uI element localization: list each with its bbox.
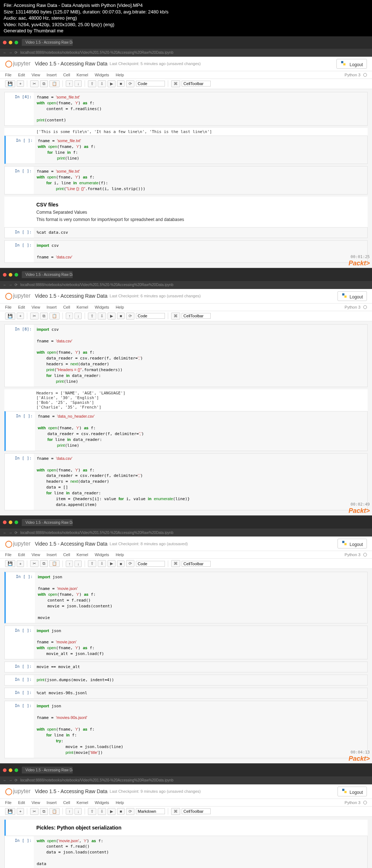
nav-reload-icon[interactable]: ⟳ bbox=[15, 283, 17, 287]
stop-button[interactable]: ■ bbox=[117, 560, 125, 567]
command-palette-button[interactable]: ⌘ bbox=[171, 808, 180, 815]
add-cell-button[interactable]: + bbox=[17, 560, 24, 567]
code-cell[interactable]: In [ ]: fname = 'some_file.txt' with ope… bbox=[4, 136, 368, 164]
markdown-cell[interactable]: CSV files Comma Separated Values This fo… bbox=[4, 197, 368, 227]
stop-button[interactable]: ■ bbox=[117, 80, 125, 87]
maximize-window-icon[interactable] bbox=[15, 41, 18, 44]
browser-tab[interactable]: Video 1.5 - Accessing Raw Da bbox=[22, 271, 73, 278]
menu-view[interactable]: View bbox=[32, 552, 40, 557]
add-cell-button[interactable]: + bbox=[17, 808, 24, 815]
celltype-select[interactable]: Code bbox=[136, 561, 165, 567]
code-input[interactable]: print(json.dumps(movie, indent=4)) bbox=[34, 675, 367, 685]
paste-button[interactable]: 📋 bbox=[49, 313, 60, 320]
menu-cell[interactable]: Cell bbox=[63, 800, 70, 805]
move-down-button[interactable]: ↓ bbox=[74, 80, 82, 87]
code-input[interactable]: fname = 'some_file.txt' with open(fname,… bbox=[35, 136, 367, 164]
save-button[interactable]: 💾 bbox=[5, 313, 15, 320]
command-palette-button[interactable]: ⌘ bbox=[171, 313, 180, 320]
save-button[interactable]: 💾 bbox=[5, 80, 15, 87]
code-input[interactable]: %cat data.csv bbox=[34, 228, 367, 238]
add-cell-button[interactable]: + bbox=[17, 313, 24, 319]
jupyter-logo[interactable]: ◯jupyter bbox=[5, 60, 31, 68]
paste-button[interactable]: 📋 bbox=[49, 808, 60, 815]
menu-help[interactable]: Help bbox=[116, 305, 124, 309]
code-cell[interactable]: In [ ]: import json fname = 'movie.json'… bbox=[4, 572, 368, 623]
copy-button[interactable]: ⧉ bbox=[40, 808, 48, 815]
menu-widgets[interactable]: Widgets bbox=[95, 800, 109, 805]
play-button[interactable]: ▶ bbox=[108, 80, 116, 87]
move-down-button[interactable]: ↓ bbox=[74, 313, 82, 319]
move-up-button[interactable]: ↑ bbox=[66, 313, 73, 319]
celltype-select[interactable]: Markdown bbox=[136, 808, 165, 814]
maximize-window-icon[interactable] bbox=[15, 273, 18, 277]
close-window-icon[interactable] bbox=[3, 41, 7, 44]
copy-button[interactable]: ⧉ bbox=[40, 560, 48, 567]
menu-edit[interactable]: Edit bbox=[18, 552, 25, 557]
notebook-title[interactable]: Video 1.5 - Accessing Raw Data bbox=[35, 541, 108, 547]
nav-back-icon[interactable]: ← bbox=[3, 531, 7, 535]
maximize-window-icon[interactable] bbox=[15, 768, 18, 772]
stop-button[interactable]: ■ bbox=[117, 808, 125, 815]
move-up-button[interactable]: ↑ bbox=[66, 560, 73, 567]
run-button[interactable]: ⇧ bbox=[88, 313, 96, 320]
nav-back-icon[interactable]: ← bbox=[3, 283, 7, 287]
code-cell[interactable]: In [ ]: import json fname = 'movies-90s.… bbox=[4, 701, 368, 758]
code-cell[interactable]: In [8]: import csv fname = 'data.csv' wi… bbox=[4, 324, 368, 387]
run-down-button[interactable]: ⇩ bbox=[98, 560, 106, 567]
cut-button[interactable]: ✂ bbox=[30, 80, 39, 87]
celltype-select[interactable]: Code bbox=[136, 313, 165, 319]
menu-edit[interactable]: Edit bbox=[18, 305, 25, 309]
code-cell[interactable]: In [ ]: fname = 'data.csv' with open(fna… bbox=[4, 453, 368, 510]
logout-button[interactable]: Logout bbox=[337, 539, 367, 548]
code-cell[interactable]: In [ ]: import csv fname = 'data.csv' bbox=[4, 240, 368, 263]
nav-reload-icon[interactable]: ⟳ bbox=[15, 778, 17, 782]
save-button[interactable]: 💾 bbox=[5, 808, 15, 815]
code-input[interactable]: fname = 'data_no_header.csv' with open(f… bbox=[35, 411, 367, 451]
menu-insert[interactable]: Insert bbox=[46, 552, 57, 557]
run-down-button[interactable]: ⇩ bbox=[98, 808, 106, 815]
copy-button[interactable]: ⧉ bbox=[40, 313, 48, 320]
code-input[interactable]: fname = 'some_file.txt' with open(fname,… bbox=[34, 166, 367, 194]
command-palette-button[interactable]: ⌘ bbox=[171, 80, 180, 87]
menu-edit[interactable]: Edit bbox=[18, 73, 25, 77]
menu-kernel[interactable]: Kernel bbox=[77, 73, 88, 77]
celltoolbar-select[interactable]: CellToolbar bbox=[182, 313, 211, 319]
play-button[interactable]: ▶ bbox=[108, 808, 116, 815]
code-input[interactable]: fname = 'data.csv' with open(fname, 'r')… bbox=[34, 454, 367, 510]
browser-tab[interactable]: Video 1.5 - Accessing Raw Da bbox=[22, 767, 73, 773]
play-button[interactable]: ▶ bbox=[108, 313, 116, 320]
run-down-button[interactable]: ⇩ bbox=[98, 313, 106, 320]
maximize-window-icon[interactable] bbox=[15, 521, 18, 524]
markdown-cell[interactable]: Pickles: Python object serialization bbox=[4, 820, 368, 836]
menu-file[interactable]: File bbox=[5, 305, 12, 309]
menu-cell[interactable]: Cell bbox=[63, 305, 70, 309]
menu-insert[interactable]: Insert bbox=[46, 305, 57, 309]
run-down-button[interactable]: ⇩ bbox=[98, 80, 106, 87]
menu-file[interactable]: File bbox=[5, 800, 12, 805]
move-up-button[interactable]: ↑ bbox=[66, 80, 73, 87]
cut-button[interactable]: ✂ bbox=[30, 560, 39, 567]
minimize-window-icon[interactable] bbox=[9, 41, 12, 44]
jupyter-logo[interactable]: ◯jupyter bbox=[5, 292, 31, 300]
jupyter-logo[interactable]: ◯jupyter bbox=[5, 787, 31, 795]
restart-button[interactable]: ⟳ bbox=[126, 808, 134, 815]
move-up-button[interactable]: ↑ bbox=[66, 808, 73, 815]
code-input[interactable]: import json fname = 'movie.json' with op… bbox=[35, 572, 367, 623]
command-palette-button[interactable]: ⌘ bbox=[171, 560, 180, 567]
logout-button[interactable]: Logout bbox=[337, 291, 367, 301]
minimize-window-icon[interactable] bbox=[9, 273, 12, 277]
browser-tab[interactable]: Video 1.5 - Accessing Raw Da bbox=[22, 519, 73, 526]
celltoolbar-select[interactable]: CellToolbar bbox=[182, 81, 211, 87]
menu-kernel[interactable]: Kernel bbox=[77, 305, 88, 309]
url-text[interactable]: localhost:8888/notebooks/notebooks/Video… bbox=[20, 51, 173, 55]
menu-view[interactable]: View bbox=[32, 305, 40, 309]
code-input[interactable]: import csv fname = 'data.csv' bbox=[34, 241, 367, 262]
url-text[interactable]: localhost:8888/notebooks/notebooks/Video… bbox=[20, 283, 173, 287]
menu-view[interactable]: View bbox=[32, 73, 40, 77]
nav-forward-icon[interactable]: → bbox=[9, 283, 12, 287]
nav-forward-icon[interactable]: → bbox=[9, 778, 12, 782]
notebook-title[interactable]: Video 1.5 - Accessing Raw Data bbox=[35, 293, 108, 299]
close-window-icon[interactable] bbox=[3, 521, 7, 524]
copy-button[interactable]: ⧉ bbox=[40, 80, 48, 87]
minimize-window-icon[interactable] bbox=[9, 768, 12, 772]
